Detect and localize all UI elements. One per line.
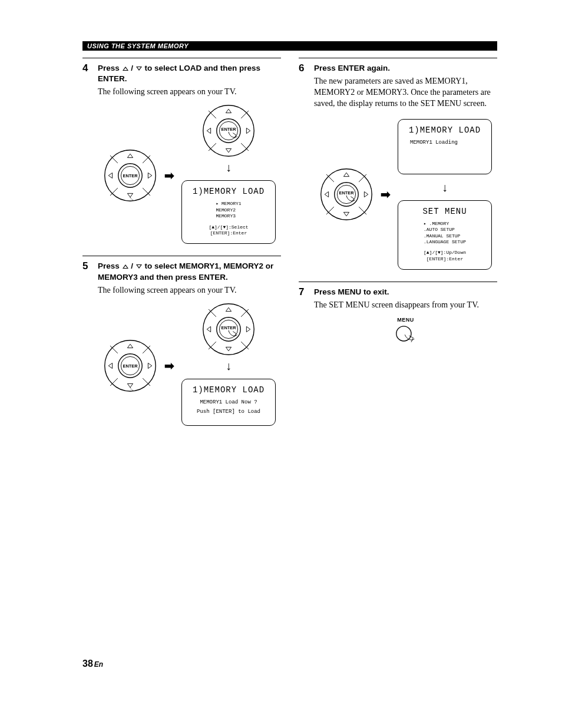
enter-label: ENTER	[339, 190, 355, 196]
svg-marker-19	[226, 149, 231, 153]
svg-line-6	[143, 188, 150, 196]
svg-marker-18	[226, 110, 231, 113]
down-triangle-icon	[136, 67, 142, 71]
svg-line-15	[241, 111, 249, 118]
list-item: MEMORY2	[216, 207, 241, 213]
screen-memory-loading: 1)MEMORY LOAD MEMORY1 Loading	[398, 119, 492, 174]
screen-text: MEMORY1 Loading	[404, 140, 485, 145]
screen-title: SET MENU	[404, 207, 485, 216]
arrow-right-icon: ➡	[381, 188, 391, 200]
up-triangle-icon	[123, 264, 128, 269]
page-number: 38En	[82, 658, 103, 669]
svg-marker-52	[343, 212, 349, 216]
svg-marker-21	[246, 128, 250, 134]
remote-nav-press-diagram: ENTER	[319, 167, 373, 221]
step-title: Press / to select MEMORY1, MEMORY2 or ME…	[98, 261, 281, 282]
up-triangle-icon	[123, 67, 128, 71]
screen-list: ▸ .MEMORY .AUTO SETUP .MANUAL SETUP .LAN…	[424, 221, 466, 246]
svg-line-28	[143, 378, 150, 386]
remote-nav-diagram: ENTER	[103, 148, 157, 203]
svg-marker-29	[127, 344, 133, 348]
screen-hint: [ENTER]:Enter	[188, 230, 269, 236]
screen-title: 1)MEMORY LOAD	[188, 385, 269, 395]
step-number: 4	[82, 63, 91, 73]
arrow-down-icon: ↓	[442, 181, 448, 193]
step-body: Press ENTER again. The new parameters ar…	[314, 63, 497, 278]
svg-marker-7	[127, 154, 133, 157]
svg-line-16	[209, 143, 216, 151]
arrow-down-icon: ↓	[226, 161, 232, 173]
svg-line-26	[143, 346, 150, 353]
step-6: 6 Press ENTER again. The new parameters …	[299, 58, 497, 278]
step-description: The following screen appears on your TV.	[98, 285, 281, 296]
svg-line-5	[110, 188, 118, 196]
menu-button-diagram: MENU	[314, 317, 497, 349]
step-title: Press / to select LOAD and then press EN…	[98, 63, 281, 84]
text: Press	[98, 64, 122, 72]
step-body: Press / to select MEMORY1, MEMORY2 or ME…	[98, 261, 281, 434]
menu-label: MENU	[314, 317, 497, 323]
screen-title: 1)MEMORY LOAD	[404, 125, 485, 135]
list-item: .LANGUAGE SETUP	[424, 239, 466, 245]
remote-diagram-row: ENTER ➡	[98, 302, 281, 429]
svg-marker-31	[108, 363, 112, 368]
screen-title: 1)MEMORY LOAD	[188, 187, 269, 196]
screen-hint: [▲]/[▼]:Select	[188, 224, 269, 230]
step-description: The new parameters are saved as MEMORY1,…	[314, 76, 497, 110]
step-5: 5 Press / to select MEMORY1, MEMORY2 or …	[82, 256, 281, 434]
remote-nav-press-diagram: ENTER	[201, 302, 256, 356]
enter-label: ENTER	[123, 363, 138, 368]
svg-line-17	[241, 143, 249, 151]
svg-line-37	[241, 309, 249, 317]
svg-marker-10	[148, 173, 151, 178]
step-4: 4 Press / to select LOAD and then press …	[82, 58, 281, 252]
svg-line-38	[209, 342, 216, 349]
right-column: 6 Press ENTER again. The new parameters …	[299, 58, 497, 438]
arrow-down-icon: ↓	[226, 360, 232, 372]
content-columns: 4 Press / to select LOAD and then press …	[82, 58, 497, 438]
list-item: MEMORY3	[216, 213, 241, 219]
svg-marker-20	[207, 128, 210, 134]
svg-marker-9	[108, 173, 112, 178]
remote-nav-diagram: ENTER	[103, 339, 157, 393]
svg-marker-54	[364, 191, 368, 197]
svg-marker-42	[207, 326, 210, 332]
step-description: The SET MENU screen disappears from your…	[314, 300, 497, 311]
svg-point-55	[396, 326, 411, 341]
step-number: 5	[82, 261, 91, 271]
diagram-col: 1)MEMORY LOAD MEMORY1 Loading ↓ SET MENU…	[398, 115, 492, 273]
svg-line-48	[359, 174, 366, 182]
svg-marker-51	[343, 173, 349, 176]
svg-marker-53	[325, 191, 328, 197]
list-item: .MANUAL SETUP	[424, 233, 466, 239]
screen-set-menu: SET MENU ▸ .MEMORY .AUTO SETUP .MANUAL S…	[398, 200, 492, 270]
svg-line-25	[110, 346, 118, 353]
svg-line-14	[209, 111, 216, 118]
enter-label: ENTER	[123, 173, 138, 178]
screen-memory-load-list: 1)MEMORY LOAD ▸ MEMORY1 MEMORY2 MEMORY3 …	[181, 180, 276, 244]
svg-marker-41	[226, 347, 231, 350]
list-item: ▸ .MEMORY	[424, 221, 466, 227]
menu-button-icon	[395, 325, 416, 346]
svg-marker-8	[127, 194, 133, 197]
step-body: Press MENU to exit. The SET MENU screen …	[314, 287, 497, 349]
step-description: The following screen appears on your TV.	[98, 87, 281, 98]
step-body: Press / to select LOAD and then press EN…	[98, 63, 281, 252]
enter-label: ENTER	[222, 127, 237, 132]
list-item: .AUTO SETUP	[424, 227, 466, 233]
diagram-col: ENTER ↓ 1)MEMORY LOAD ▸ MEMORY1 MEMORY2 …	[181, 104, 276, 247]
svg-line-49	[326, 207, 334, 214]
svg-line-27	[110, 378, 118, 386]
down-triangle-icon	[136, 264, 142, 269]
screen-text: Push [ENTER] to Load	[188, 409, 269, 415]
screen-hint: [ENTER]:Enter	[404, 256, 485, 262]
remote-diagram-row: ENTER ➡	[98, 104, 281, 247]
svg-line-36	[209, 309, 216, 317]
svg-line-39	[241, 342, 249, 349]
svg-line-50	[359, 207, 366, 214]
diagram-col: ENTER ↓ 1)MEMORY LOAD MEMORY1 Load Now ?…	[181, 302, 276, 429]
svg-marker-40	[226, 307, 231, 311]
step-number: 6	[299, 63, 307, 73]
step-number: 7	[299, 287, 307, 297]
left-column: 4 Press / to select LOAD and then press …	[82, 58, 281, 438]
